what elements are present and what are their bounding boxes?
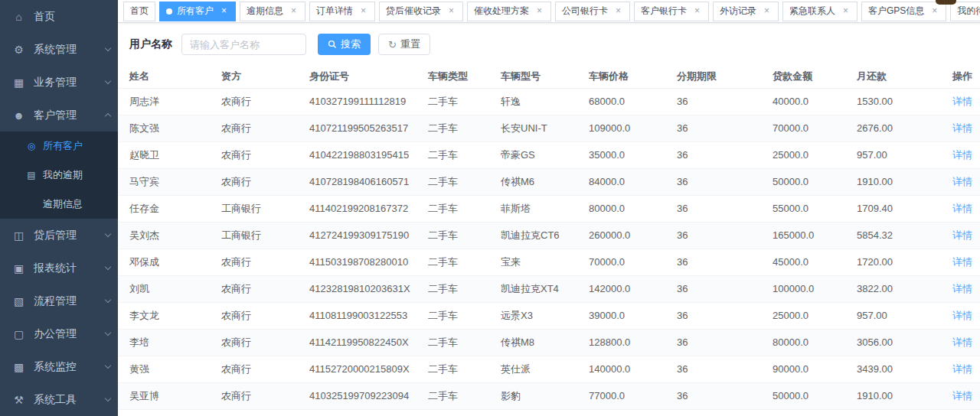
table-row: 陈文强农商行410721199505263517二手车长安UNI-T109000… [118, 115, 980, 141]
sidebar-item-office[interactable]: ▢办公管理 [0, 317, 118, 350]
sidebar-item-label: 逾期信息 [43, 197, 83, 211]
table-cell: 李培 [118, 329, 210, 356]
close-icon[interactable]: × [534, 6, 544, 16]
tab-10[interactable]: 紧急联系人× [782, 2, 858, 21]
close-icon[interactable]: × [446, 6, 456, 16]
table-cell: 25000.0 [761, 302, 845, 329]
table-cell: 80000.0 [577, 195, 665, 222]
sidebar-item-tools[interactable]: ⚒系统工具 [0, 383, 118, 416]
table-cell: 农商行 [210, 409, 298, 416]
table-cell: 68000.0 [577, 409, 665, 416]
tab-label: 贷后催收记录 [386, 5, 441, 18]
detail-link[interactable]: 详情 [952, 122, 972, 134]
table-row: 黄强农商行41152720000215809X二手车英仕派140000.0369… [118, 356, 980, 382]
tab-label: 客户银行卡 [641, 5, 687, 18]
detail-link[interactable]: 详情 [952, 203, 972, 214]
close-icon[interactable]: × [219, 6, 229, 16]
search-button[interactable]: 搜索 [318, 34, 371, 55]
reset-button[interactable]: ↻ 重置 [378, 34, 430, 55]
search-field-label: 用户名称 [129, 37, 172, 51]
tab-5[interactable]: 贷后催收记录× [379, 2, 463, 21]
sidebar-item-overdue-info[interactable]: 逾期信息 [0, 190, 118, 219]
table-cell: 41232819810203631X [298, 275, 416, 302]
close-icon[interactable]: × [762, 6, 772, 16]
table-cell: 957.00 [845, 141, 941, 168]
refresh-icon: ↻ [388, 39, 397, 50]
detail-link[interactable]: 详情 [952, 176, 972, 187]
table-cell: 吴刘杰 [118, 222, 210, 249]
table-cell: 农商行 [210, 275, 298, 302]
detail-link[interactable]: 详情 [952, 390, 972, 401]
table-cell: 二手车 [416, 222, 489, 249]
tab-1[interactable]: 首页 [123, 2, 155, 21]
sidebar-item-all-customers[interactable]: ◎所有客户 [0, 132, 118, 161]
tab-4[interactable]: 订单详情× [309, 2, 375, 21]
sidebar-item-customer[interactable]: ☻客户管理 [0, 99, 118, 132]
sidebar-item-business[interactable]: ▦业务管理 [0, 66, 118, 99]
detail-link[interactable]: 详情 [952, 229, 972, 241]
office-icon: ▢ [12, 328, 25, 340]
detail-link[interactable]: 详情 [952, 283, 972, 294]
table-cell: 1720.00 [845, 249, 941, 275]
close-icon[interactable]: × [358, 6, 368, 16]
table-cell: 68000.0 [577, 88, 665, 115]
column-header: 身份证号 [298, 65, 416, 88]
tab-12[interactable]: 我的待办× [950, 2, 980, 21]
tab-label: 客户GPS信息 [868, 5, 924, 18]
detail-link[interactable]: 详情 [952, 149, 972, 161]
table-cell: 36 [665, 409, 761, 416]
search-input[interactable] [181, 34, 306, 55]
tab-3[interactable]: 逾期信息× [240, 2, 305, 21]
chevron-down-icon [105, 362, 111, 369]
sidebar-item-report[interactable]: ▣报表统计 [0, 252, 118, 284]
table-cell: 1910.00 [845, 168, 941, 195]
sidebar-item-process[interactable]: ▧流程管理 [0, 284, 118, 317]
chevron-down-icon [105, 78, 111, 84]
table-cell: 77000.0 [577, 382, 665, 409]
table-cell: 260000.0 [577, 222, 665, 249]
monitor-icon: ▩ [12, 361, 25, 373]
detail-link[interactable]: 详情 [952, 96, 972, 107]
table-cell: 41142119950822450X [298, 329, 416, 356]
table-cell: 二手车 [416, 329, 489, 356]
table-cell: 二手车 [416, 115, 489, 141]
table-cell: 轩逸 [489, 88, 577, 115]
sidebar-item-system[interactable]: ⚙系统管理 [0, 33, 118, 66]
close-icon[interactable]: × [289, 6, 299, 16]
detail-link[interactable]: 详情 [952, 256, 972, 268]
table-cell: 142000.0 [577, 275, 665, 302]
table-cell: 50000.0 [761, 382, 845, 409]
close-icon[interactable]: × [613, 6, 623, 16]
tab-6[interactable]: 催收处理方案× [467, 2, 551, 21]
tab-label: 首页 [130, 5, 149, 18]
loan-icon: ◫ [12, 229, 25, 242]
detail-link[interactable]: 详情 [952, 336, 972, 348]
avatar[interactable] [936, 0, 956, 5]
table-cell: 农商行 [210, 382, 298, 409]
close-icon[interactable]: × [692, 6, 702, 16]
sidebar-item-monitor[interactable]: ▩系统监控 [0, 350, 118, 383]
table-cell: 二手车 [416, 302, 489, 329]
sidebar-item-home[interactable]: ⌂首页 [0, 0, 118, 33]
detail-link[interactable]: 详情 [952, 310, 972, 321]
table-cell: 菲斯塔 [489, 195, 577, 222]
table-cell: 70000.0 [761, 115, 845, 141]
table-cell: 周志洋 [118, 88, 210, 115]
table-cell-action: 详情 [941, 168, 980, 195]
sidebar-item-loan[interactable]: ◫贷后管理 [0, 219, 118, 252]
tab-2[interactable]: 所有客户× [159, 2, 236, 21]
close-icon[interactable]: × [929, 6, 939, 16]
sidebar-item-label: 我的逾期 [43, 168, 83, 182]
tab-8[interactable]: 客户银行卡× [634, 2, 709, 21]
table-cell: 二手车 [416, 168, 489, 195]
tab-9[interactable]: 外访记录× [713, 2, 779, 21]
table-cell: 工商银行 [210, 195, 298, 222]
detail-link[interactable]: 详情 [952, 363, 972, 375]
column-header: 贷款金额 [761, 65, 845, 88]
sidebar-item-my-overdue[interactable]: ▤我的逾期 [0, 161, 118, 190]
table-cell: 二手车 [416, 141, 489, 168]
tab-11[interactable]: 客户GPS信息× [861, 2, 946, 21]
close-icon[interactable]: × [841, 6, 851, 16]
sidebar-item-label: 客户管理 [34, 109, 77, 122]
tab-7[interactable]: 公司银行卡× [555, 2, 630, 21]
